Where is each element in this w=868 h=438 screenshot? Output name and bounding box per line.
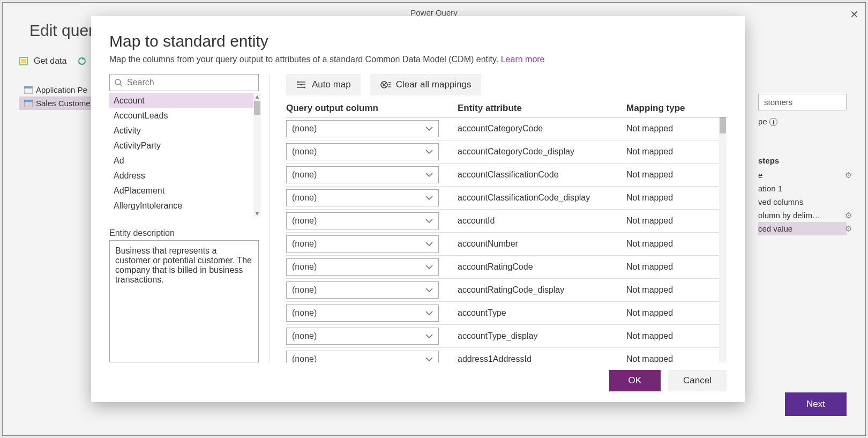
svg-rect-1 [21,59,26,63]
learn-more-link[interactable]: Learn more [501,55,545,64]
svg-rect-4 [24,86,33,88]
auto-map-icon [296,80,306,89]
mapping-scrollbar[interactable] [719,117,727,362]
dropdown-value: (none) [292,193,317,203]
mapping-row: (none)accountCategoryCode_displayNot map… [286,140,727,164]
entity-attribute: accountRatingCode_display [458,285,626,295]
query-item[interactable]: Application Pe [19,83,99,96]
mapping-row: (none)accountClassificationCodeNot mappe… [286,164,727,187]
col-header-query: Query output column [286,103,458,114]
next-button[interactable]: Next [785,392,847,416]
query-settings: stomers pe i steps e⚙ ation 1 ved column… [758,94,847,235]
dropdown-value: (none) [292,239,317,249]
entity-attribute: accountType [458,308,626,318]
dropdown-value: (none) [292,262,317,272]
step-item[interactable]: e⚙ [758,168,847,182]
dropdown-value: (none) [292,147,317,157]
query-column-dropdown[interactable]: (none) [286,189,439,206]
mapping-row: (none)accountCategoryCodeNot mapped [286,117,727,140]
entity-item[interactable]: AccountLeads [109,108,259,123]
mapping-type: Not mapped [626,308,727,318]
entity-item[interactable]: ActivityParty [109,138,259,153]
gear-icon[interactable]: ⚙ [845,211,852,220]
mapping-type: Not mapped [626,354,727,362]
name-input[interactable]: stomers [758,94,847,110]
dialog-title: Map to standard entity [109,32,727,50]
entity-scrollbar[interactable]: ▲ ▼ [253,93,261,217]
col-header-type: Mapping type [626,103,727,114]
mapping-header: Query output column Entity attribute Map… [286,103,727,117]
query-column-dropdown[interactable]: (none) [286,120,439,137]
query-column-dropdown[interactable]: (none) [286,235,439,253]
chevron-down-icon [425,126,433,131]
search-input[interactable]: Search [109,74,259,91]
mapping-row: (none)address1AddressIdNot mapped [286,348,727,362]
cancel-button[interactable]: Cancel [668,370,727,391]
scroll-down-icon[interactable]: ▼ [255,210,260,217]
step-item[interactable]: ation 1 [758,182,847,195]
mapping-row: (none)accountRatingCode_displayNot mappe… [286,279,727,302]
dialog-footer: OK Cancel [109,370,727,391]
chevron-down-icon [425,195,433,201]
table-icon [24,86,33,94]
dropdown-value: (none) [292,216,317,226]
query-item-label: Application Pe [36,85,87,94]
svg-rect-6 [24,100,33,102]
get-data-button[interactable]: Get data [34,56,66,66]
query-column-dropdown[interactable]: (none) [286,143,439,160]
mapping-type: Not mapped [626,262,727,272]
entity-picker: Search Account AccountLeads Activity Act… [109,74,270,362]
step-item[interactable]: olumn by delim…⚙ [758,209,847,222]
close-icon[interactable]: ✕ [850,8,859,21]
refresh-icon[interactable] [77,56,87,66]
info-icon[interactable]: i [769,118,777,126]
clear-label: Clear all mappings [396,79,472,90]
entity-item[interactable]: Ad [109,153,259,168]
entity-attribute: accountCategoryCode [458,124,626,133]
svg-point-14 [304,87,305,88]
query-column-dropdown[interactable]: (none) [286,166,439,183]
query-column-dropdown[interactable]: (none) [286,258,439,276]
mapping-row: (none)accountRatingCodeNot mapped [286,256,727,279]
query-column-dropdown[interactable]: (none) [286,351,439,362]
entity-item[interactable]: Activity [109,123,259,138]
query-column-dropdown[interactable]: (none) [286,281,439,299]
table-icon [24,100,33,107]
mapping-type: Not mapped [626,216,727,226]
get-data-icon [19,56,28,66]
label-pe: pe i [758,117,847,126]
entity-item[interactable]: Account [109,93,259,108]
auto-map-label: Auto map [312,79,351,90]
query-column-dropdown[interactable]: (none) [286,328,439,345]
auto-map-button[interactable]: Auto map [286,74,361,95]
entity-attribute: accountClassificationCode_display [458,193,626,203]
query-item[interactable]: Sales Custome [19,96,99,110]
entity-item[interactable]: AdPlacement [109,183,259,198]
clear-mappings-button[interactable]: Clear all mappings [370,74,481,95]
query-column-dropdown[interactable]: (none) [286,212,439,229]
step-item[interactable]: ced value⚙ [758,222,847,235]
step-item[interactable]: ved columns [758,195,847,209]
entity-attribute: accountRatingCode [458,262,626,272]
chevron-down-icon [425,218,433,224]
dropdown-value: (none) [292,308,317,318]
page-title: Edit queri [29,21,98,40]
gear-icon[interactable]: ⚙ [845,170,852,180]
entity-item[interactable]: AllergyIntolerance [109,198,259,213]
mapping-rows: (none)accountCategoryCodeNot mapped(none… [286,117,727,362]
entity-item[interactable]: Address [109,168,259,183]
mapping-type: Not mapped [626,124,727,133]
scroll-thumb[interactable] [720,117,726,133]
mapping-type: Not mapped [626,193,727,203]
entity-list[interactable]: Account AccountLeads Activity ActivityPa… [109,93,259,217]
gear-icon[interactable]: ⚙ [845,224,852,234]
query-column-dropdown[interactable]: (none) [286,305,439,322]
scroll-up-icon[interactable]: ▲ [255,93,260,100]
mapping-type: Not mapped [626,170,727,180]
svg-point-13 [301,84,302,86]
scroll-thumb[interactable] [254,101,260,115]
mapping-row: (none)accountClassificationCode_displayN… [286,187,727,210]
ok-button[interactable]: OK [609,370,661,391]
svg-point-12 [297,81,299,83]
mapping-type: Not mapped [626,331,727,341]
